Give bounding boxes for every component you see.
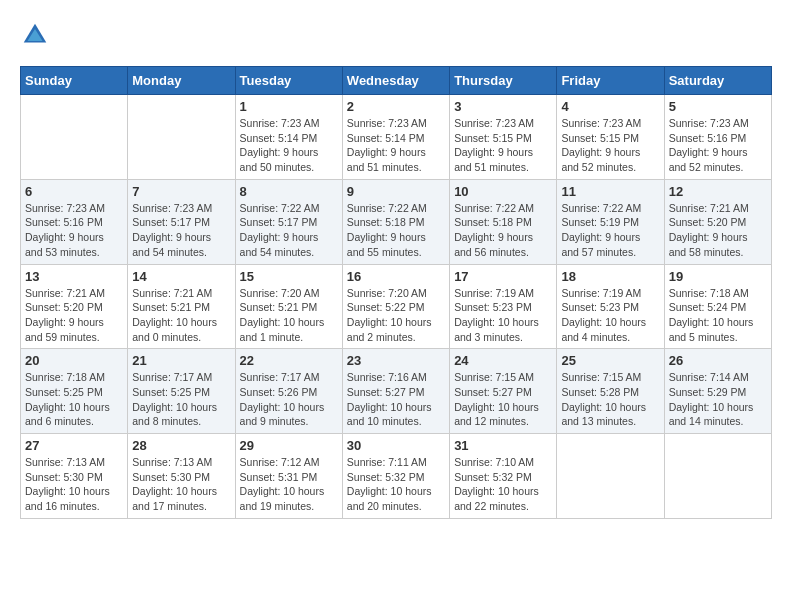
calendar-header-wednesday: Wednesday xyxy=(342,67,449,95)
day-info: Sunrise: 7:21 AM Sunset: 5:21 PM Dayligh… xyxy=(132,286,230,345)
day-info: Sunrise: 7:18 AM Sunset: 5:25 PM Dayligh… xyxy=(25,370,123,429)
day-info: Sunrise: 7:22 AM Sunset: 5:17 PM Dayligh… xyxy=(240,201,338,260)
day-info: Sunrise: 7:13 AM Sunset: 5:30 PM Dayligh… xyxy=(132,455,230,514)
day-info: Sunrise: 7:13 AM Sunset: 5:30 PM Dayligh… xyxy=(25,455,123,514)
day-info: Sunrise: 7:21 AM Sunset: 5:20 PM Dayligh… xyxy=(25,286,123,345)
day-info: Sunrise: 7:23 AM Sunset: 5:17 PM Dayligh… xyxy=(132,201,230,260)
day-info: Sunrise: 7:22 AM Sunset: 5:19 PM Dayligh… xyxy=(561,201,659,260)
calendar-cell xyxy=(557,434,664,519)
day-info: Sunrise: 7:15 AM Sunset: 5:28 PM Dayligh… xyxy=(561,370,659,429)
day-number: 19 xyxy=(669,269,767,284)
day-info: Sunrise: 7:23 AM Sunset: 5:16 PM Dayligh… xyxy=(25,201,123,260)
calendar-cell xyxy=(664,434,771,519)
day-number: 28 xyxy=(132,438,230,453)
calendar-cell: 22Sunrise: 7:17 AM Sunset: 5:26 PM Dayli… xyxy=(235,349,342,434)
calendar-cell: 20Sunrise: 7:18 AM Sunset: 5:25 PM Dayli… xyxy=(21,349,128,434)
day-info: Sunrise: 7:17 AM Sunset: 5:26 PM Dayligh… xyxy=(240,370,338,429)
day-number: 24 xyxy=(454,353,552,368)
calendar-cell: 23Sunrise: 7:16 AM Sunset: 5:27 PM Dayli… xyxy=(342,349,449,434)
calendar-header-monday: Monday xyxy=(128,67,235,95)
calendar-cell: 7Sunrise: 7:23 AM Sunset: 5:17 PM Daylig… xyxy=(128,179,235,264)
calendar-cell: 26Sunrise: 7:14 AM Sunset: 5:29 PM Dayli… xyxy=(664,349,771,434)
calendar-week-1: 1Sunrise: 7:23 AM Sunset: 5:14 PM Daylig… xyxy=(21,95,772,180)
day-info: Sunrise: 7:16 AM Sunset: 5:27 PM Dayligh… xyxy=(347,370,445,429)
logo-icon xyxy=(20,20,50,50)
day-number: 2 xyxy=(347,99,445,114)
day-info: Sunrise: 7:23 AM Sunset: 5:16 PM Dayligh… xyxy=(669,116,767,175)
calendar-cell: 17Sunrise: 7:19 AM Sunset: 5:23 PM Dayli… xyxy=(450,264,557,349)
day-info: Sunrise: 7:22 AM Sunset: 5:18 PM Dayligh… xyxy=(454,201,552,260)
calendar-header-thursday: Thursday xyxy=(450,67,557,95)
calendar-week-3: 13Sunrise: 7:21 AM Sunset: 5:20 PM Dayli… xyxy=(21,264,772,349)
day-number: 15 xyxy=(240,269,338,284)
calendar-cell: 19Sunrise: 7:18 AM Sunset: 5:24 PM Dayli… xyxy=(664,264,771,349)
day-number: 7 xyxy=(132,184,230,199)
calendar-cell: 21Sunrise: 7:17 AM Sunset: 5:25 PM Dayli… xyxy=(128,349,235,434)
calendar-cell xyxy=(128,95,235,180)
day-number: 20 xyxy=(25,353,123,368)
calendar-cell: 6Sunrise: 7:23 AM Sunset: 5:16 PM Daylig… xyxy=(21,179,128,264)
day-number: 18 xyxy=(561,269,659,284)
day-number: 13 xyxy=(25,269,123,284)
day-number: 26 xyxy=(669,353,767,368)
calendar-cell: 12Sunrise: 7:21 AM Sunset: 5:20 PM Dayli… xyxy=(664,179,771,264)
day-info: Sunrise: 7:23 AM Sunset: 5:14 PM Dayligh… xyxy=(240,116,338,175)
calendar-cell: 18Sunrise: 7:19 AM Sunset: 5:23 PM Dayli… xyxy=(557,264,664,349)
calendar-cell: 25Sunrise: 7:15 AM Sunset: 5:28 PM Dayli… xyxy=(557,349,664,434)
day-number: 22 xyxy=(240,353,338,368)
day-info: Sunrise: 7:23 AM Sunset: 5:15 PM Dayligh… xyxy=(561,116,659,175)
calendar-cell: 27Sunrise: 7:13 AM Sunset: 5:30 PM Dayli… xyxy=(21,434,128,519)
calendar-cell: 16Sunrise: 7:20 AM Sunset: 5:22 PM Dayli… xyxy=(342,264,449,349)
day-number: 6 xyxy=(25,184,123,199)
calendar-header-row: SundayMondayTuesdayWednesdayThursdayFrid… xyxy=(21,67,772,95)
day-info: Sunrise: 7:14 AM Sunset: 5:29 PM Dayligh… xyxy=(669,370,767,429)
calendar-cell: 11Sunrise: 7:22 AM Sunset: 5:19 PM Dayli… xyxy=(557,179,664,264)
day-info: Sunrise: 7:18 AM Sunset: 5:24 PM Dayligh… xyxy=(669,286,767,345)
day-number: 31 xyxy=(454,438,552,453)
calendar-header-saturday: Saturday xyxy=(664,67,771,95)
logo xyxy=(20,20,54,50)
calendar-cell: 13Sunrise: 7:21 AM Sunset: 5:20 PM Dayli… xyxy=(21,264,128,349)
day-info: Sunrise: 7:17 AM Sunset: 5:25 PM Dayligh… xyxy=(132,370,230,429)
day-number: 16 xyxy=(347,269,445,284)
calendar-table: SundayMondayTuesdayWednesdayThursdayFrid… xyxy=(20,66,772,519)
day-number: 5 xyxy=(669,99,767,114)
calendar-cell: 28Sunrise: 7:13 AM Sunset: 5:30 PM Dayli… xyxy=(128,434,235,519)
day-number: 21 xyxy=(132,353,230,368)
day-number: 11 xyxy=(561,184,659,199)
day-info: Sunrise: 7:23 AM Sunset: 5:15 PM Dayligh… xyxy=(454,116,552,175)
day-number: 3 xyxy=(454,99,552,114)
calendar-cell: 10Sunrise: 7:22 AM Sunset: 5:18 PM Dayli… xyxy=(450,179,557,264)
day-number: 23 xyxy=(347,353,445,368)
day-info: Sunrise: 7:19 AM Sunset: 5:23 PM Dayligh… xyxy=(561,286,659,345)
calendar-cell: 31Sunrise: 7:10 AM Sunset: 5:32 PM Dayli… xyxy=(450,434,557,519)
day-info: Sunrise: 7:21 AM Sunset: 5:20 PM Dayligh… xyxy=(669,201,767,260)
day-info: Sunrise: 7:20 AM Sunset: 5:22 PM Dayligh… xyxy=(347,286,445,345)
calendar-week-4: 20Sunrise: 7:18 AM Sunset: 5:25 PM Dayli… xyxy=(21,349,772,434)
calendar-cell: 9Sunrise: 7:22 AM Sunset: 5:18 PM Daylig… xyxy=(342,179,449,264)
day-info: Sunrise: 7:10 AM Sunset: 5:32 PM Dayligh… xyxy=(454,455,552,514)
calendar-week-5: 27Sunrise: 7:13 AM Sunset: 5:30 PM Dayli… xyxy=(21,434,772,519)
calendar-cell: 3Sunrise: 7:23 AM Sunset: 5:15 PM Daylig… xyxy=(450,95,557,180)
day-number: 27 xyxy=(25,438,123,453)
day-number: 14 xyxy=(132,269,230,284)
day-number: 9 xyxy=(347,184,445,199)
day-number: 8 xyxy=(240,184,338,199)
calendar-cell: 30Sunrise: 7:11 AM Sunset: 5:32 PM Dayli… xyxy=(342,434,449,519)
day-info: Sunrise: 7:20 AM Sunset: 5:21 PM Dayligh… xyxy=(240,286,338,345)
calendar-cell: 15Sunrise: 7:20 AM Sunset: 5:21 PM Dayli… xyxy=(235,264,342,349)
day-number: 29 xyxy=(240,438,338,453)
day-info: Sunrise: 7:12 AM Sunset: 5:31 PM Dayligh… xyxy=(240,455,338,514)
calendar-cell: 5Sunrise: 7:23 AM Sunset: 5:16 PM Daylig… xyxy=(664,95,771,180)
calendar-header-tuesday: Tuesday xyxy=(235,67,342,95)
calendar-cell: 8Sunrise: 7:22 AM Sunset: 5:17 PM Daylig… xyxy=(235,179,342,264)
calendar-cell: 29Sunrise: 7:12 AM Sunset: 5:31 PM Dayli… xyxy=(235,434,342,519)
day-info: Sunrise: 7:11 AM Sunset: 5:32 PM Dayligh… xyxy=(347,455,445,514)
day-info: Sunrise: 7:19 AM Sunset: 5:23 PM Dayligh… xyxy=(454,286,552,345)
day-number: 4 xyxy=(561,99,659,114)
calendar-cell: 14Sunrise: 7:21 AM Sunset: 5:21 PM Dayli… xyxy=(128,264,235,349)
day-info: Sunrise: 7:15 AM Sunset: 5:27 PM Dayligh… xyxy=(454,370,552,429)
calendar-header-friday: Friday xyxy=(557,67,664,95)
calendar-cell: 1Sunrise: 7:23 AM Sunset: 5:14 PM Daylig… xyxy=(235,95,342,180)
calendar-cell xyxy=(21,95,128,180)
